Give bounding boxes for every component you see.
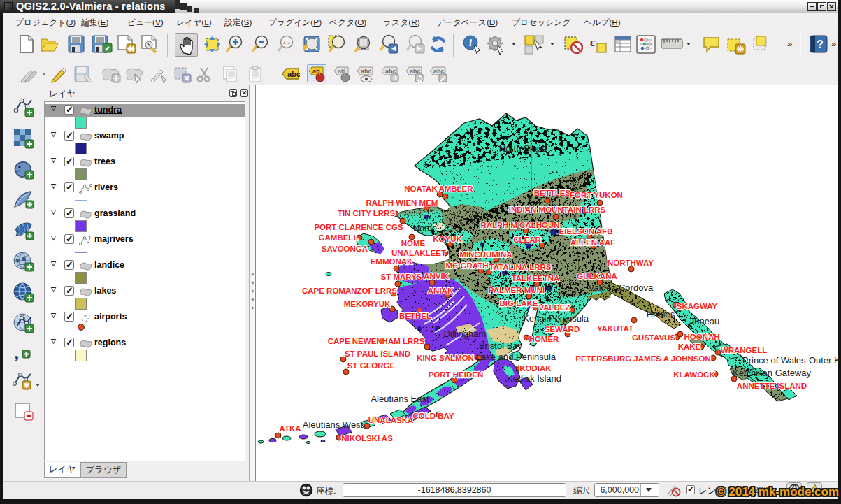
svg-text:PORT HEIDEN: PORT HEIDEN [429,370,484,379]
svg-text:MC GRATH: MC GRATH [445,261,488,270]
svg-text:ε: ε [590,36,595,49]
svg-text:TATALINA LRRS: TATALINA LRRS [489,263,551,271]
svg-text:RALPH M CALHOUN: RALPH M CALHOUN [480,221,559,229]
svg-text:Haines: Haines [647,309,675,319]
svg-text:CLEAR: CLEAR [513,236,541,244]
svg-text:ALLEN AAF: ALLEN AAF [570,238,616,247]
svg-text:ST PAUL ISLAND: ST PAUL ISLAND [345,350,410,358]
svg-text:KOYUK: KOYUK [433,235,462,243]
svg-text:PETERSBURG JAMES A JOHNSON: PETERSBURG JAMES A JOHNSON [575,354,710,363]
svg-text:KAKE: KAKE [678,343,701,351]
svg-text:Valdez-Cordova: Valdez-Cordova [589,282,654,293]
svg-text:GUSTAVUS: GUSTAVUS [632,333,676,342]
svg-text:HOONAH: HOONAH [684,333,719,341]
svg-text:NOME: NOME [401,239,426,247]
svg-text:KODIAK: KODIAK [519,364,552,373]
svg-text:Kenai Peninsula: Kenai Peninsula [523,313,589,324]
svg-text:NOATAK: NOATAK [404,185,438,193]
svg-text:,: , [14,343,19,361]
svg-text:BETHEL: BETHEL [399,312,431,320]
svg-text:North Slope: North Slope [499,143,547,154]
svg-text:INDIAN MOUNTAIN LRRS: INDIAN MOUNTAIN LRRS [509,206,606,214]
svg-text:PORT CLARENCE CGS: PORT CLARENCE CGS [314,223,403,231]
svg-text:UNALASKA: UNALASKA [368,416,414,424]
svg-text:abc: abc [287,70,300,78]
svg-text:FORT YUKON: FORT YUKON [570,191,623,199]
svg-text:Aleutians West: Aleutians West [303,419,364,430]
svg-text:Prince of Wales-Outer Ke: Prince of Wales-Outer Ke [742,355,838,366]
svg-text:PALMER MUNI: PALMER MUNI [489,286,545,294]
svg-text:CAPE NEWENHAM LRRS: CAPE NEWENHAM LRRS [328,337,425,345]
svg-text:WRANGELL: WRANGELL [721,346,767,354]
svg-text:ANVIK: ANVIK [424,272,449,280]
svg-text:Juneau: Juneau [690,316,720,326]
svg-text:TALKEETNA: TALKEETNA [512,274,560,282]
svg-text:AMBLER: AMBLER [438,185,473,193]
svg-text:Ketchikan Gateway: Ketchikan Gateway [733,368,812,378]
svg-text:HOMER: HOMER [529,335,560,343]
svg-text:COLD BAY: COLD BAY [413,412,454,420]
svg-text:MINCHUMINA: MINCHUMINA [459,250,512,259]
svg-text:YAKUTAT: YAKUTAT [597,324,633,333]
svg-text:NIKOLSKI AS: NIKOLSKI AS [341,434,393,442]
svg-text:BETTLES: BETTLES [534,189,571,197]
svg-text:ANIAK: ANIAK [428,287,454,295]
svg-text:Nome: Nome [413,223,438,233]
svg-text:MEKORYUK: MEKORYUK [344,300,391,308]
svg-text:EIELSON AFB: EIELSON AFB [559,227,613,236]
svg-text:abc: abc [361,68,372,75]
svg-text:UNALAKLEET: UNALAKLEET [391,249,446,257]
svg-text:ANNETTE ISLAND: ANNETTE ISLAND [737,382,807,390]
svg-text:GULKANA: GULKANA [577,272,617,280]
svg-text:TIN CITY LRRS: TIN CITY LRRS [338,209,396,217]
svg-text:Kodiak Island: Kodiak Island [507,373,561,384]
svg-text:VALDEZ: VALDEZ [538,303,570,312]
svg-text:RALPH WIEN MEM: RALPH WIEN MEM [366,199,438,207]
svg-text:1:1: 1:1 [282,39,291,45]
svg-text:Dillingham: Dillingham [444,329,487,339]
svg-text:?: ? [817,38,824,50]
svg-text:SEWARD: SEWARD [545,325,580,333]
svg-text:NORTHWAY: NORTHWAY [608,259,654,267]
svg-text:KLAWOCK: KLAWOCK [673,370,715,379]
svg-text:i: i [469,38,472,48]
svg-text:SAVOONGA: SAVOONGA [322,245,368,253]
svg-text:BIG LAKE: BIG LAKE [500,299,538,308]
svg-text:ST GEORGE: ST GEORGE [347,361,396,370]
svg-text:GAMBELL: GAMBELL [319,233,359,242]
svg-text:Bristol Bay: Bristol Bay [479,340,523,351]
svg-text:SKAGWAY: SKAGWAY [677,302,718,310]
svg-text:ST MARYS: ST MARYS [381,273,422,281]
svg-text:CAPE ROMANZOF LRRS: CAPE ROMANZOF LRRS [302,287,397,295]
svg-text:Aleutians East: Aleutians East [371,394,429,404]
svg-text:Lake and Peninsula: Lake and Peninsula [476,352,556,362]
svg-text:KING SALMON: KING SALMON [417,354,474,362]
svg-text:EMMONAK: EMMONAK [371,257,413,266]
svg-text:ATKA: ATKA [279,424,301,433]
